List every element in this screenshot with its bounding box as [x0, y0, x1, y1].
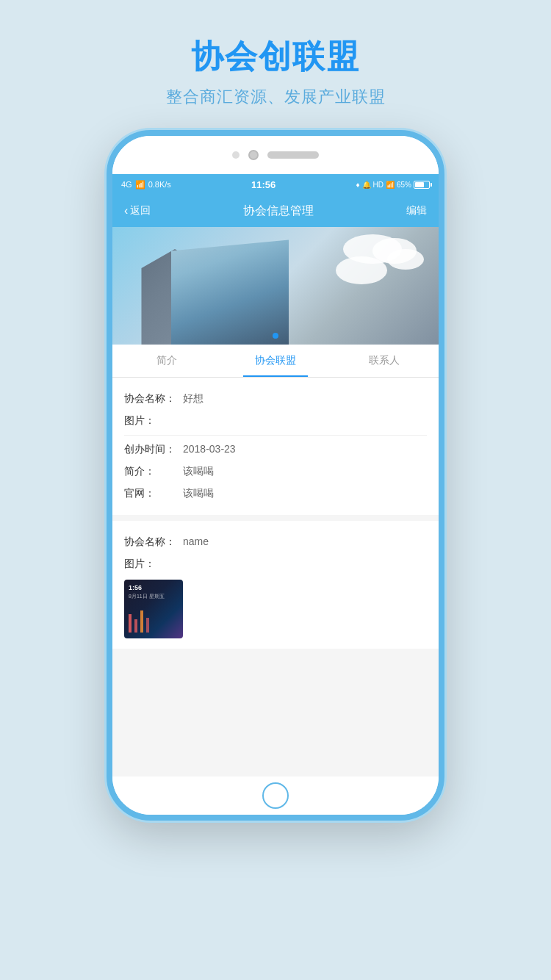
- website-label: 官网：: [124, 487, 183, 500]
- thumb-date: 8月11日 星期五: [129, 593, 165, 600]
- tab-contact[interactable]: 联系人: [330, 345, 439, 377]
- cloud3: [387, 249, 424, 270]
- phone-bottom: [112, 777, 439, 815]
- battery-icon: [414, 181, 430, 189]
- thumb-time: 1:56: [129, 584, 142, 591]
- battery-fill: [415, 182, 424, 187]
- volume-up-button: [107, 242, 109, 279]
- info-section-1: 协会名称： 好想 图片： 创办时间： 2018-03-23 简介： 该喝喝 官网…: [112, 378, 439, 515]
- bar-chart-4: [146, 618, 149, 633]
- nav-bar: ‹ 返回 协会信息管理 编辑: [112, 195, 439, 227]
- website-value: 该喝喝: [183, 487, 427, 500]
- name-row-2: 协会名称： name: [124, 531, 427, 553]
- back-button[interactable]: ‹ 返回: [124, 204, 151, 217]
- thumbnail-image: 1:56 8月11日 星期五: [124, 580, 183, 638]
- bar-chart-2: [134, 619, 137, 633]
- chevron-left-icon: ‹: [124, 204, 128, 217]
- speed-label: 0.8K/s: [148, 180, 171, 189]
- time-display: 11:56: [251, 179, 276, 190]
- mute-button: [107, 209, 109, 228]
- tab-intro[interactable]: 简介: [112, 345, 221, 377]
- date-value: 2018-03-23: [183, 443, 427, 455]
- image-row-2: 图片：: [124, 553, 427, 575]
- name-label-2: 协会名称：: [124, 536, 183, 549]
- sensor-dot: [232, 151, 240, 159]
- network-label: 4G: [121, 180, 132, 189]
- date-row: 创办时间： 2018-03-23: [124, 439, 427, 461]
- status-bar: 4G 📶 0.8K/s 11:56 ♦ 🔔 HD 📶 65%: [112, 174, 439, 195]
- info-section-2: 协会名称： name 图片： 1:56 8月11日 星期五: [112, 521, 439, 649]
- camera-icon: [248, 150, 259, 160]
- speaker-grille: [267, 151, 319, 159]
- name-row-1: 协会名称： 好想: [124, 388, 427, 410]
- page-title: 协会创联盟: [166, 35, 386, 79]
- building-main: [156, 234, 303, 345]
- wifi-icon: 📶: [386, 181, 395, 189]
- hd-label: HD: [373, 181, 383, 189]
- carousel-dot: [273, 333, 278, 339]
- phone-frame: 4G 📶 0.8K/s 11:56 ♦ 🔔 HD 📶 65% ‹ 返回 协会信息…: [107, 130, 444, 821]
- edit-button[interactable]: 编辑: [406, 204, 427, 217]
- website-row: 官网： 该喝喝: [124, 483, 427, 505]
- intro-row: 简介： 该喝喝: [124, 461, 427, 483]
- battery-pct: 65%: [397, 181, 411, 189]
- name-label-1: 协会名称：: [124, 392, 183, 406]
- page-header: 协会创联盟 整合商汇资源、发展产业联盟: [166, 0, 386, 123]
- tab-bar: 简介 协会联盟 联系人: [112, 345, 439, 378]
- clouds-decoration: [306, 234, 424, 293]
- intro-value: 该喝喝: [183, 465, 427, 478]
- scroll-content[interactable]: 协会名称： 好想 图片： 创办时间： 2018-03-23 简介： 该喝喝 官网…: [112, 378, 439, 777]
- hero-image: [112, 227, 439, 345]
- bar-chart-1: [129, 614, 132, 633]
- divider-1: [124, 435, 427, 436]
- volume-down-button: [107, 290, 109, 327]
- name-value-2: name: [183, 536, 427, 547]
- home-button[interactable]: [262, 782, 289, 809]
- nav-title: 协会信息管理: [243, 203, 314, 219]
- image-row-1: 图片：: [124, 410, 427, 432]
- date-label: 创办时间：: [124, 443, 183, 456]
- signal-icon: 📶: [135, 180, 145, 190]
- content-area: 简介 协会联盟 联系人 协会名称： 好想 图片：: [112, 227, 439, 777]
- image-label-1: 图片：: [124, 414, 183, 428]
- phone-top: [112, 136, 439, 174]
- location-icon: ♦: [356, 181, 359, 189]
- status-right: ♦ 🔔 HD 📶 65%: [356, 181, 430, 189]
- tab-alliance[interactable]: 协会联盟: [221, 345, 330, 377]
- bar-chart-3: [140, 610, 143, 633]
- status-left: 4G 📶 0.8K/s: [121, 180, 171, 190]
- name-value-1: 好想: [183, 392, 427, 406]
- back-label: 返回: [130, 204, 151, 217]
- page-subtitle: 整合商汇资源、发展产业联盟: [166, 86, 386, 108]
- power-button: [442, 224, 444, 253]
- image-label-2: 图片：: [124, 558, 183, 571]
- intro-label: 简介：: [124, 465, 183, 478]
- alarm-icon: 🔔: [362, 181, 371, 189]
